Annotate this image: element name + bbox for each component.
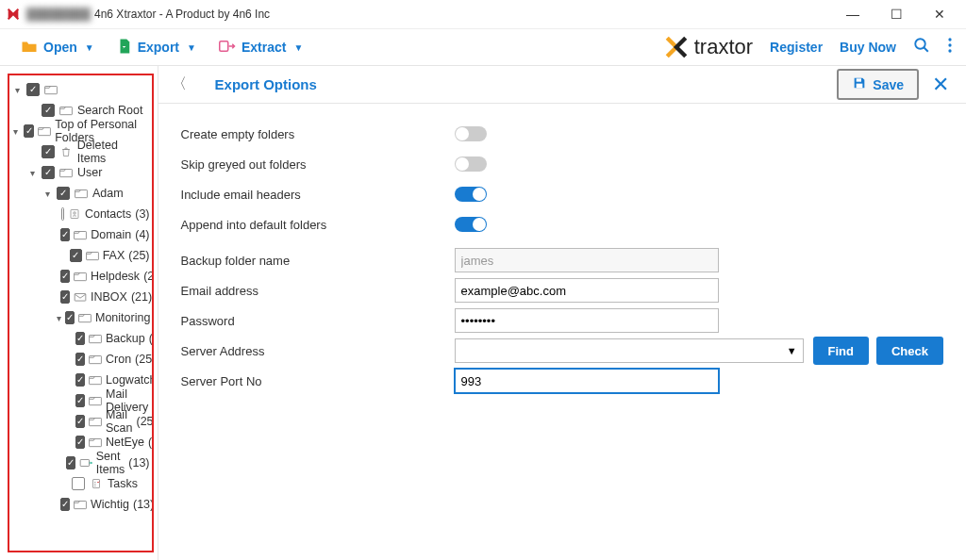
minimize-button[interactable]: — — [832, 1, 874, 27]
folder-icon — [78, 311, 92, 324]
tree-checkbox[interactable] — [75, 436, 85, 449]
tree-checkbox[interactable] — [75, 373, 85, 387]
password-label: Password — [181, 314, 455, 328]
tree-label: Sent Items — [96, 450, 125, 476]
password-input[interactable] — [455, 308, 719, 333]
folder-icon — [89, 436, 102, 449]
include-headers-toggle[interactable] — [455, 187, 487, 202]
tree-row[interactable]: NetEye (25) — [11, 432, 150, 453]
tree-caret-icon[interactable]: ▾ — [57, 313, 61, 323]
tree-row[interactable]: Sent Items (13) — [11, 453, 150, 473]
tree-checkbox[interactable] — [75, 415, 85, 428]
caret-down-icon: ▼ — [85, 42, 94, 53]
close-panel-button[interactable]: ✕ — [928, 73, 953, 97]
maximize-button[interactable]: ☐ — [875, 1, 917, 27]
tree-checkbox[interactable] — [24, 124, 34, 138]
svg-point-11 — [74, 212, 76, 215]
tree-label: Adam — [92, 187, 124, 200]
extract-button[interactable]: Extract ▼ — [211, 35, 310, 60]
tree-caret-icon[interactable]: ▾ — [11, 126, 20, 137]
tree-row[interactable]: Mail Scan (25) — [11, 411, 150, 432]
folder-icon — [58, 166, 74, 179]
tree-count: (25) — [148, 436, 154, 449]
folder-icon — [74, 270, 87, 283]
tree-count: (3) — [135, 207, 149, 221]
tree-row[interactable]: Wichtig (13) — [11, 494, 150, 515]
tree-checkbox[interactable] — [42, 166, 55, 179]
tree-row[interactable]: FAX (25) — [11, 245, 150, 266]
tree-row[interactable]: Deleted Items — [11, 141, 150, 162]
svg-point-3 — [948, 43, 951, 46]
find-button[interactable]: Find — [813, 337, 869, 365]
folder-icon — [86, 249, 99, 262]
close-window-button[interactable]: ✕ — [919, 1, 960, 27]
export-button[interactable]: Export ▼ — [109, 34, 204, 61]
trash-icon — [58, 145, 74, 158]
server-port-label: Server Port No — [181, 374, 455, 388]
tree-count: (25) — [135, 353, 153, 366]
save-button[interactable]: Save — [837, 69, 919, 100]
tree-checkbox[interactable] — [57, 187, 70, 200]
tree-count: (25) — [136, 415, 153, 428]
tree-checkbox[interactable] — [75, 353, 85, 366]
folder-icon — [89, 332, 102, 345]
tree-row[interactable]: Helpdesk (25) — [11, 266, 150, 287]
tree-checkbox[interactable] — [72, 477, 85, 490]
search-icon[interactable] — [913, 37, 930, 58]
tree-row[interactable]: Backup (25) — [11, 328, 150, 349]
tree-checkbox[interactable] — [60, 270, 70, 283]
tree-count: (25) — [149, 332, 154, 345]
tree-checkbox[interactable] — [65, 311, 75, 324]
backup-folder-label: Backup folder name — [181, 254, 455, 268]
server-port-input[interactable] — [455, 369, 719, 393]
tree-label: Mail Scan — [106, 408, 132, 435]
tree-checkbox[interactable] — [66, 456, 75, 469]
more-menu-icon[interactable] — [947, 37, 953, 58]
tree-checkbox[interactable] — [42, 145, 55, 158]
tree-caret-icon[interactable]: ▾ — [11, 85, 23, 95]
tree-row[interactable]: Contacts (3) — [11, 204, 150, 224]
tree-row[interactable]: ▾ — [11, 79, 150, 100]
tree-count: (13) — [133, 498, 154, 511]
open-button[interactable]: Open ▼ — [13, 35, 102, 60]
buy-now-link[interactable]: Buy Now — [840, 40, 896, 55]
tree-checkbox[interactable] — [26, 83, 40, 96]
svg-rect-26 — [857, 78, 861, 81]
tree-checkbox[interactable] — [70, 249, 81, 262]
tree-row[interactable]: ▾Monitoring — [11, 307, 150, 328]
skip-greyed-out-toggle[interactable] — [455, 156, 487, 172]
tree-row[interactable]: ▾Adam — [11, 183, 150, 204]
backup-folder-input[interactable] — [455, 248, 719, 272]
tree-row[interactable]: Tasks — [11, 473, 150, 494]
tree-checkbox[interactable] — [60, 498, 70, 511]
panel-chevron-icon[interactable]: 〈 — [172, 74, 187, 94]
server-address-select[interactable]: ▼ — [455, 338, 804, 363]
folder-icon — [89, 415, 102, 428]
tree-label: Search Root — [77, 104, 142, 117]
folder-icon — [89, 394, 102, 407]
tree-checkbox[interactable] — [61, 207, 64, 221]
tree-checkbox[interactable] — [42, 104, 55, 117]
save-disk-icon — [852, 75, 867, 93]
append-default-toggle[interactable] — [455, 217, 487, 232]
tree-row[interactable]: ▾User — [11, 162, 150, 183]
tree-row[interactable]: Domain (4) — [11, 224, 150, 245]
tree-caret-icon[interactable]: ▾ — [26, 168, 38, 178]
tree-row[interactable]: INBOX (21) — [11, 287, 150, 307]
create-empty-folders-toggle[interactable] — [455, 126, 487, 141]
register-link[interactable]: Register — [770, 40, 823, 55]
tree-checkbox[interactable] — [60, 228, 70, 241]
tree-checkbox[interactable] — [60, 290, 70, 304]
folder-tree[interactable]: ▾Search Root▾Top of Personal FoldersDele… — [11, 79, 150, 515]
tree-label: Cron — [106, 353, 131, 366]
open-label: Open — [43, 40, 77, 55]
folder-icon — [74, 498, 87, 511]
tree-caret-icon[interactable]: ▾ — [42, 189, 53, 199]
tree-checkbox[interactable] — [75, 394, 85, 407]
email-input[interactable] — [455, 278, 719, 303]
tree-checkbox[interactable] — [75, 332, 85, 345]
check-button[interactable]: Check — [876, 337, 943, 365]
tree-label: Contacts — [85, 207, 131, 221]
tree-row[interactable]: Cron (25) — [11, 349, 150, 370]
tree-label: Deleted Items — [77, 139, 150, 165]
